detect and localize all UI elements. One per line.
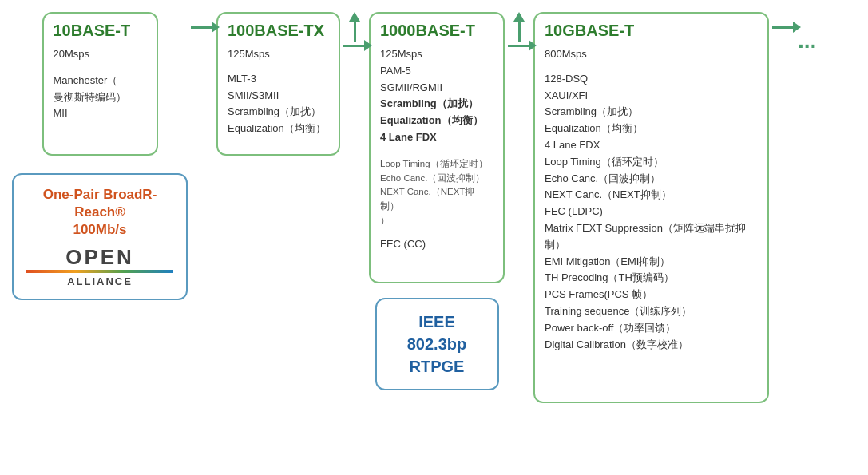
line: Equalization（均衡） [228,121,329,137]
line: 125Msps [228,46,329,63]
content-1000base-t: 125Msps PAM-5 SGMII/RGMII Scrambling（加扰）… [380,46,493,253]
h-arrow-icon-2 [343,45,366,47]
line: 4 Lane FDX [545,137,758,154]
arrow-2-col [340,12,369,47]
ieee-title: IEEE 802.3bpRTPGE [390,311,485,378]
arrow-3 [505,45,533,47]
line: Scrambling（加扰） [380,96,493,113]
arrow-end [769,12,798,29]
col-100base-tx: 100BASE-TX 125Msps MLT-3 SMII/S3MII Scra… [216,12,340,156]
col-10base-t: 10BASE-T 20Msps Manchester（ 曼彻斯特编码） MII … [12,12,188,300]
alliance-text: ALLIANCE [67,275,133,287]
line: Scrambling（加扰） [228,104,329,121]
main-layout: 10BASE-T 20Msps Manchester（ 曼彻斯特编码） MII … [0,0,868,475]
line: 128-DSQ [545,71,758,88]
content-10base-t: 20Msps Manchester（ 曼彻斯特编码） MII [54,46,147,122]
onepair-title: One-Pair BroadR-Reach®100Mb/s [26,186,173,239]
title-10gbase-t: 10GBASE-T [545,22,758,40]
h-arrow-icon [191,26,213,29]
v-arrow-up-icon-2 [513,12,525,42]
line: Digital Calibration（数字校准） [545,337,758,354]
line: XAUI/XFI [545,88,758,105]
line: PAM-5 [380,63,493,80]
line: 125Msps [380,46,493,63]
line: SMII/S3MII [228,88,329,105]
line: Matrix FEXT Suppression（矩阵远端串扰抑制） [545,220,758,254]
content-10gbase-t: 800Msps 128-DSQ XAUI/XFI Scrambling（加扰） … [545,46,758,353]
dots: ... [798,12,816,53]
arrow-2 [340,45,369,47]
line: EMI Mitigation（EMI抑制） [545,254,758,271]
title-1000base-t: 1000BASE-T [380,22,493,40]
onepair-box: One-Pair BroadR-Reach®100Mb/s OPEN ALLIA… [12,173,188,300]
h-arrow-icon-3 [508,45,530,47]
arrow-3-col [505,12,533,47]
line: FEC (CC) [380,236,493,253]
line: Equalization（均衡） [545,121,758,137]
box-100base-tx: 100BASE-TX 125Msps MLT-3 SMII/S3MII Scra… [216,12,340,156]
line: Echo Canc.（回波抑制） [545,171,758,188]
alliance-bar [26,270,173,273]
line: 4 Lane FDX [380,129,493,146]
v-arrowhead [349,12,360,22]
line: Equalization（均衡） [380,113,493,129]
arrow-1 [188,12,216,29]
title-10base-t: 10BASE-T [54,22,147,40]
v-line-2 [518,22,521,42]
line: ） [380,214,493,228]
v-arrowhead-2 [513,12,525,22]
line: Loop Timing（循环定时） [380,157,493,172]
line: FEC (LDPC) [545,204,758,220]
title-100base-tx: 100BASE-TX [228,22,329,40]
line: 20Msps [54,46,147,63]
line: MII [54,105,147,122]
col-1000base-t: 1000BASE-T 125Msps PAM-5 SGMII/RGMII Scr… [369,12,505,390]
line: SGMII/RGMII [380,80,493,97]
line: MLT-3 [228,71,329,88]
box-1000base-t: 1000BASE-T 125Msps PAM-5 SGMII/RGMII Scr… [369,12,505,283]
line: NEXT Canc.（NEXT抑制） [380,185,493,214]
ieee-box: IEEE 802.3bpRTPGE [375,298,499,390]
line: NEXT Canc.（NEXT抑制） [545,187,758,204]
training-sequence-line: Training sequence（训练序列） [545,303,758,320]
line: Power back-off（功率回馈） [545,320,758,337]
line: 曼彻斯特编码） [54,89,147,106]
line: Echo Canc.（回波抑制） [380,172,493,186]
line: Manchester（ [54,73,147,89]
v-line [354,22,356,42]
line: 800Msps [545,46,758,63]
line: PCS Frames(PCS 帧） [545,287,758,303]
box-10base-t: 10BASE-T 20Msps Manchester（ 曼彻斯特编码） MII [42,12,158,156]
content-100base-tx: 125Msps MLT-3 SMII/S3MII Scrambling（加扰） … [228,46,329,137]
h-arrow-icon-end [772,26,795,29]
open-text: OPEN [65,247,134,267]
line: TH Precoding（TH预编码） [545,270,758,287]
open-alliance-logo: OPEN ALLIANCE [26,247,173,287]
box-10gbase-t: 10GBASE-T 800Msps 128-DSQ XAUI/XFI Scram… [533,12,769,403]
col-10gbase-t: 10GBASE-T 800Msps 128-DSQ XAUI/XFI Scram… [533,12,769,403]
line: Loop Timing（循环定时） [545,154,758,171]
line: Scrambling（加扰） [545,104,758,121]
v-arrow-up-icon [349,12,360,42]
